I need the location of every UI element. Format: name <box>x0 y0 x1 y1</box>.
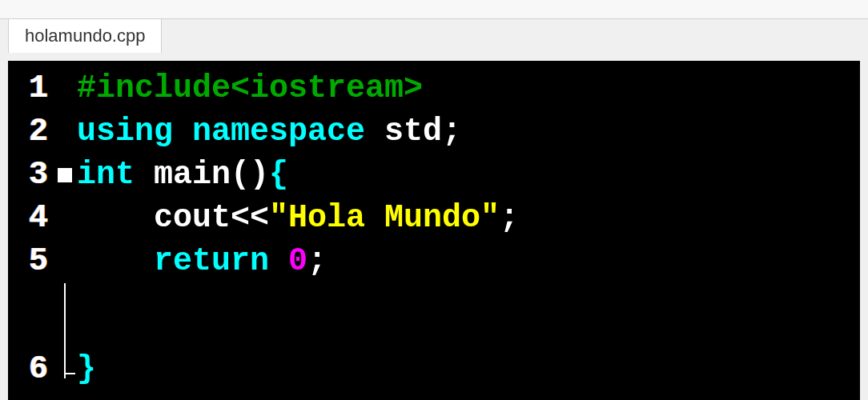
code-content: return 0; <box>77 240 327 283</box>
line-number: 5 <box>13 240 53 283</box>
fold-end-horizontal <box>64 373 75 374</box>
code-line: 4 cout<<"Hola Mundo"; <box>13 197 855 240</box>
code-line: 6 } <box>13 283 855 400</box>
code-line: 2 using namespace std; <box>13 110 855 154</box>
token-punct: ; <box>442 114 461 150</box>
token-operator: << <box>231 200 269 236</box>
token-preprocessor: #include<iostream> <box>77 70 423 106</box>
token-keyword: namespace <box>192 114 365 150</box>
editor-top-bar <box>0 0 868 19</box>
fold-gutter-end <box>53 283 77 400</box>
token-string: "Hola Mundo" <box>269 200 500 236</box>
tab-bar: holamundo.cpp <box>0 19 868 53</box>
code-content: cout<<"Hola Mundo"; <box>77 197 519 240</box>
token-brace: { <box>269 157 288 193</box>
token-keyword: using <box>77 114 173 150</box>
code-content: #include<iostream> <box>77 67 423 110</box>
code-editor[interactable]: 1 #include<iostream> 2 using namespace s… <box>8 61 860 400</box>
line-number: 1 <box>13 67 53 110</box>
code-line: 5 return 0; <box>13 240 855 283</box>
code-line: 1 #include<iostream> <box>13 67 855 110</box>
code-line: 3 int main(){ <box>13 154 855 197</box>
token-punct: ; <box>500 200 519 236</box>
token-keyword: return <box>154 243 269 279</box>
line-number: 6 <box>13 348 53 391</box>
file-tab[interactable]: holamundo.cpp <box>8 19 162 53</box>
fold-toggle[interactable] <box>53 168 77 182</box>
fold-square-icon <box>58 168 72 182</box>
line-number: 2 <box>13 110 53 154</box>
line-number: 4 <box>13 197 53 240</box>
token-punct: ; <box>307 243 327 279</box>
token-keyword: int <box>77 157 135 193</box>
token-function: main <box>154 157 231 193</box>
code-content: using namespace std; <box>77 110 461 154</box>
fold-end-vertical <box>64 283 66 378</box>
code-content: int main(){ <box>77 154 288 197</box>
token-number: 0 <box>288 243 307 279</box>
token-identifier: std <box>384 114 442 150</box>
line-number: 3 <box>13 154 53 197</box>
token-punct: () <box>231 157 269 193</box>
token-identifier: cout <box>154 200 231 236</box>
file-tab-label: holamundo.cpp <box>25 26 145 46</box>
